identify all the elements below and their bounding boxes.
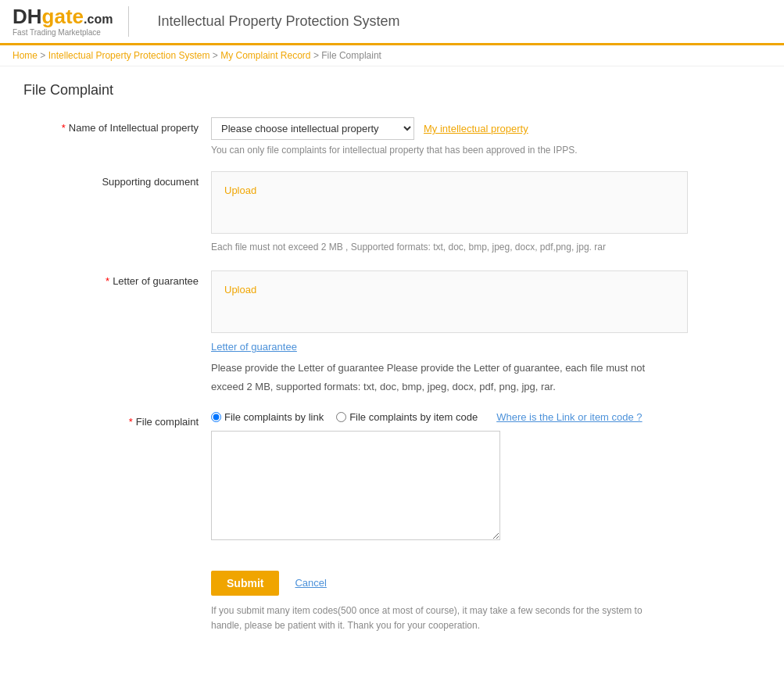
breadcrumb-sep-1: >	[40, 50, 48, 61]
ip-name-row: *Name of Intellectual property Please ch…	[23, 117, 761, 156]
guarantee-content: Upload Letter of guarantee Please provid…	[211, 270, 761, 396]
logo: DHgate.com	[13, 6, 113, 27]
ip-name-content: Please choose intellectual property My i…	[211, 117, 761, 156]
supporting-doc-file-info: Each file must not exceed 2 MB , Support…	[211, 240, 761, 255]
submit-label-spacer	[23, 558, 211, 563]
breadcrumb-home[interactable]: Home	[13, 50, 38, 61]
supporting-doc-row: Supporting document Upload Each file mus…	[23, 171, 761, 255]
supporting-doc-upload-box: Upload	[211, 171, 688, 234]
breadcrumb-sep-2: >	[213, 50, 220, 61]
logo-gate: gate	[42, 5, 84, 28]
ip-name-label: *Name of Intellectual property	[23, 117, 211, 134]
header: DHgate.com Fast Trading Marketplace Inte…	[0, 0, 784, 45]
main-content: File Complaint *Name of Intellectual pro…	[0, 66, 784, 664]
required-star-ip: *	[62, 122, 66, 134]
breadcrumb-ipps[interactable]: Intellectual Property Protection System	[48, 50, 210, 61]
radio-by-link-input[interactable]	[211, 412, 221, 422]
file-complaint-content: File complaints by link File complaints …	[211, 411, 761, 543]
logo-area: DHgate.com Fast Trading Marketplace	[13, 6, 129, 37]
radio-by-link-label[interactable]: File complaints by link	[211, 411, 324, 423]
ip-dropdown-row: Please choose intellectual property My i…	[211, 117, 761, 140]
page-title: File Complaint	[23, 82, 761, 99]
required-star-guarantee: *	[106, 275, 109, 287]
guarantee-link[interactable]: Letter of guarantee	[211, 341, 297, 353]
logo-dh: DH	[13, 5, 42, 28]
radio-by-link-text: File complaints by link	[224, 411, 324, 423]
submit-note: If you submit many item codes(500 once a…	[211, 604, 664, 633]
file-complaint-label: *File complaint	[23, 411, 211, 428]
ip-helper-text: You can only file complaints for intelle…	[211, 145, 761, 156]
supporting-doc-content: Upload Each file must not exceed 2 MB , …	[211, 171, 761, 255]
cancel-link[interactable]: Cancel	[295, 577, 326, 589]
radio-by-code-input[interactable]	[336, 412, 346, 422]
submit-content: Submit Cancel If you submit many item co…	[211, 558, 761, 633]
required-star-complaint: *	[129, 416, 133, 428]
logo-com: .com	[84, 13, 113, 26]
breadcrumb: Home > Intellectual Property Protection …	[0, 45, 784, 66]
guarantee-upload-link[interactable]: Upload	[224, 284, 256, 296]
submit-row: Submit Cancel If you submit many item co…	[23, 558, 761, 633]
submit-button[interactable]: Submit	[211, 571, 279, 596]
radio-row: File complaints by link File complaints …	[211, 411, 761, 423]
breadcrumb-sep-3: >	[313, 50, 321, 61]
guarantee-label: *Letter of guarantee	[23, 270, 211, 287]
guarantee-description: Please provide the Letter of guarantee P…	[211, 359, 664, 396]
supporting-doc-label: Supporting document	[23, 171, 211, 188]
my-ip-link[interactable]: My intellectual property	[424, 123, 528, 134]
header-title: Intellectual Property Protection System	[145, 13, 399, 30]
breadcrumb-current: File Complaint	[321, 50, 381, 61]
radio-by-code-label[interactable]: File complaints by item code	[336, 411, 478, 423]
guarantee-row: *Letter of guarantee Upload Letter of gu…	[23, 270, 761, 396]
logo-tagline: Fast Trading Marketplace	[13, 28, 113, 37]
supporting-doc-upload-link[interactable]: Upload	[224, 184, 256, 196]
ip-select[interactable]: Please choose intellectual property	[211, 117, 414, 140]
submit-buttons: Submit Cancel	[211, 571, 761, 596]
breadcrumb-complaint-record[interactable]: My Complaint Record	[220, 50, 310, 61]
guarantee-upload-box: Upload	[211, 270, 688, 333]
file-complaint-row: *File complaint File complaints by link …	[23, 411, 761, 543]
where-link[interactable]: Where is the Link or item code ?	[496, 411, 642, 423]
radio-by-code-text: File complaints by item code	[349, 411, 478, 423]
complaint-textarea[interactable]	[211, 431, 500, 540]
